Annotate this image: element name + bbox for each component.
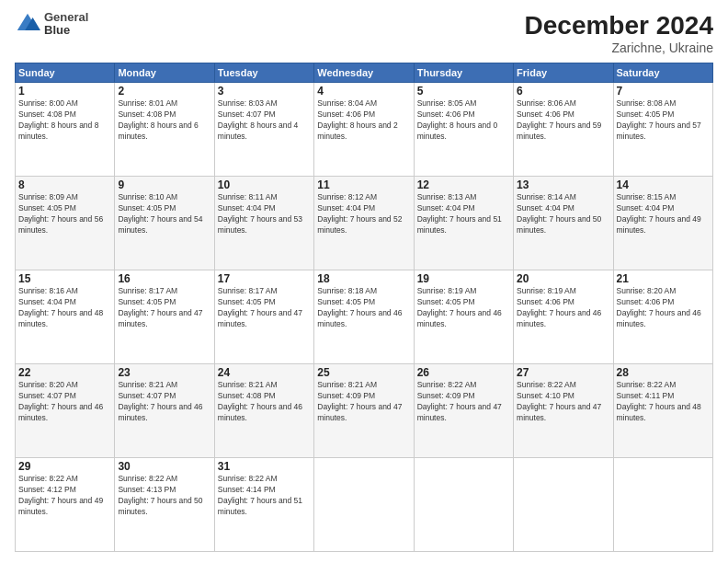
day-info: Sunrise: 8:12 AM Sunset: 4:04 PM Dayligh… [317,192,410,236]
calendar-cell [514,458,613,552]
sunset-label: Sunset: 4:04 PM [617,203,675,213]
day-info: Sunrise: 8:08 AM Sunset: 4:05 PM Dayligh… [617,98,710,143]
calendar-cell: 20 Sunrise: 8:19 AM Sunset: 4:06 PM Dayl… [514,270,613,364]
sunrise-label: Sunrise: 8:20 AM [18,380,78,389]
calendar-cell: 27 Sunrise: 8:22 AM Sunset: 4:10 PM Dayl… [514,364,613,458]
daylight-label: Daylight: 7 hours and 51 minutes. [218,496,302,516]
sunrise-label: Sunrise: 8:22 AM [417,380,477,389]
calendar-cell: 23 Sunrise: 8:21 AM Sunset: 4:07 PM Dayl… [115,364,214,458]
calendar-cell: 2 Sunrise: 8:01 AM Sunset: 4:08 PM Dayli… [115,83,214,177]
daylight-label: Daylight: 7 hours and 48 minutes. [18,308,103,328]
day-info: Sunrise: 8:00 AM Sunset: 4:08 PM Dayligh… [18,98,111,143]
daylight-label: Daylight: 7 hours and 47 minutes. [218,308,302,328]
daylight-label: Daylight: 7 hours and 49 minutes. [617,214,701,235]
daylight-label: Daylight: 7 hours and 49 minutes. [18,496,103,516]
calendar-cell: 6 Sunrise: 8:06 AM Sunset: 4:06 PM Dayli… [514,83,613,177]
calendar-table: Sunday Monday Tuesday Wednesday Thursday… [15,63,713,552]
day-number: 11 [317,178,410,191]
day-info: Sunrise: 8:14 AM Sunset: 4:04 PM Dayligh… [517,192,609,236]
day-number: 20 [517,272,609,285]
header-wednesday: Wednesday [314,63,414,83]
sunrise-label: Sunrise: 8:00 AM [18,98,78,108]
calendar-cell [314,458,414,552]
sunset-label: Sunset: 4:07 PM [18,391,76,400]
calendar-cell: 28 Sunrise: 8:22 AM Sunset: 4:11 PM Dayl… [613,364,712,458]
daylight-label: Daylight: 8 hours and 6 minutes. [118,121,198,141]
day-info: Sunrise: 8:13 AM Sunset: 4:04 PM Dayligh… [417,192,510,236]
calendar-cell: 13 Sunrise: 8:14 AM Sunset: 4:04 PM Dayl… [514,177,613,270]
calendar-cell: 18 Sunrise: 8:18 AM Sunset: 4:05 PM Dayl… [314,270,414,364]
day-info: Sunrise: 8:22 AM Sunset: 4:10 PM Dayligh… [517,380,609,424]
day-info: Sunrise: 8:06 AM Sunset: 4:06 PM Dayligh… [517,98,609,143]
day-info: Sunrise: 8:16 AM Sunset: 4:04 PM Dayligh… [18,286,111,330]
calendar-cell [613,458,712,552]
daylight-label: Daylight: 7 hours and 56 minutes. [18,214,103,235]
sunrise-label: Sunrise: 8:22 AM [617,380,677,389]
day-number: 1 [18,85,111,98]
day-info: Sunrise: 8:22 AM Sunset: 4:14 PM Dayligh… [218,474,311,518]
day-number: 2 [118,85,210,98]
daylight-label: Daylight: 7 hours and 53 minutes. [218,214,302,235]
daylight-label: Daylight: 7 hours and 47 minutes. [517,402,601,422]
day-number: 28 [617,366,710,379]
daylight-label: Daylight: 7 hours and 50 minutes. [517,214,601,235]
day-number: 23 [118,366,210,379]
day-number: 15 [18,272,111,285]
sunrise-label: Sunrise: 8:04 AM [317,98,377,108]
calendar-cell: 14 Sunrise: 8:15 AM Sunset: 4:04 PM Dayl… [613,177,712,270]
day-info: Sunrise: 8:15 AM Sunset: 4:04 PM Dayligh… [617,192,710,236]
sunset-label: Sunset: 4:10 PM [517,391,574,400]
sunset-label: Sunset: 4:07 PM [218,109,276,119]
day-number: 4 [317,85,410,98]
day-number: 14 [617,178,710,191]
sunrise-label: Sunrise: 8:22 AM [118,474,177,483]
logo-icon [15,11,40,37]
sunrise-label: Sunrise: 8:14 AM [517,192,576,201]
day-number: 21 [617,272,710,285]
day-info: Sunrise: 8:20 AM Sunset: 4:06 PM Dayligh… [617,286,710,330]
day-info: Sunrise: 8:19 AM Sunset: 4:05 PM Dayligh… [417,286,510,330]
sunset-label: Sunset: 4:04 PM [218,203,276,213]
daylight-label: Daylight: 7 hours and 46 minutes. [218,402,302,422]
sunset-label: Sunset: 4:05 PM [118,203,176,213]
calendar-week-3: 15 Sunrise: 8:16 AM Sunset: 4:04 PM Dayl… [16,270,713,364]
daylight-label: Daylight: 7 hours and 50 minutes. [118,496,202,516]
calendar-cell: 25 Sunrise: 8:21 AM Sunset: 4:09 PM Dayl… [314,364,414,458]
day-info: Sunrise: 8:04 AM Sunset: 4:06 PM Dayligh… [317,98,410,143]
day-number: 26 [417,366,510,379]
calendar-cell: 21 Sunrise: 8:20 AM Sunset: 4:06 PM Dayl… [613,270,712,364]
day-number: 16 [118,272,210,285]
sunrise-label: Sunrise: 8:22 AM [18,474,78,483]
sunrise-label: Sunrise: 8:21 AM [317,380,377,389]
sunrise-label: Sunrise: 8:18 AM [317,286,377,295]
logo-line2: Blue [44,24,88,37]
daylight-label: Daylight: 7 hours and 46 minutes. [118,402,202,422]
daylight-label: Daylight: 7 hours and 46 minutes. [417,308,502,328]
daylight-label: Daylight: 7 hours and 46 minutes. [18,402,103,422]
title-block: December 2024 Zarichne, Ukraine [525,11,713,55]
daylight-label: Daylight: 7 hours and 46 minutes. [317,308,402,328]
sunset-label: Sunset: 4:04 PM [317,203,375,213]
sunset-label: Sunset: 4:05 PM [18,203,76,213]
sunset-label: Sunset: 4:14 PM [218,485,276,494]
sunrise-label: Sunrise: 8:03 AM [218,98,278,108]
sunset-label: Sunset: 4:05 PM [317,297,375,306]
calendar-week-1: 1 Sunrise: 8:00 AM Sunset: 4:08 PM Dayli… [16,83,713,177]
header: General Blue December 2024 Zarichne, Ukr… [15,11,713,55]
daylight-label: Daylight: 7 hours and 59 minutes. [517,121,601,141]
sunset-label: Sunset: 4:05 PM [617,109,675,119]
day-info: Sunrise: 8:22 AM Sunset: 4:09 PM Dayligh… [417,380,510,424]
sunset-label: Sunset: 4:08 PM [18,109,76,119]
sunset-label: Sunset: 4:11 PM [617,391,675,400]
sunrise-label: Sunrise: 8:21 AM [218,380,278,389]
daylight-label: Daylight: 7 hours and 47 minutes. [417,402,502,422]
calendar-cell: 10 Sunrise: 8:11 AM Sunset: 4:04 PM Dayl… [214,177,313,270]
header-thursday: Thursday [414,63,513,83]
sunrise-label: Sunrise: 8:15 AM [617,192,677,201]
daylight-label: Daylight: 8 hours and 4 minutes. [218,121,298,141]
sunrise-label: Sunrise: 8:21 AM [118,380,177,389]
day-info: Sunrise: 8:21 AM Sunset: 4:08 PM Dayligh… [218,380,311,424]
calendar-week-5: 29 Sunrise: 8:22 AM Sunset: 4:12 PM Dayl… [16,458,713,552]
day-number: 9 [118,178,210,191]
sunrise-label: Sunrise: 8:17 AM [118,286,177,295]
